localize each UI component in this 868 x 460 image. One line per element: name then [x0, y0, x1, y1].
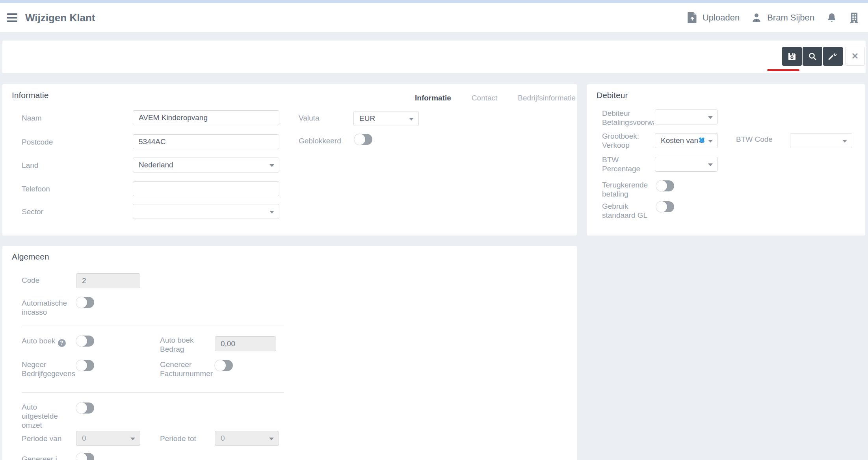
automatische-incasso-label: Automatische incasso: [22, 299, 73, 317]
notifications-bell-icon[interactable]: [826, 12, 837, 23]
wrench-icon: [828, 52, 838, 61]
land-select[interactable]: Nederland: [133, 158, 279, 172]
page-title: Wijzigen Klant: [25, 12, 95, 24]
chevron-down-icon: [269, 438, 274, 440]
terugkerende-betaling-label: Terugkerende betaling: [602, 180, 653, 198]
tab-bedrijfsinformatie[interactable]: Bedrijfsinformatie: [518, 94, 576, 102]
grootboek-verkoop-label: Grootboek: Verkoop: [602, 132, 653, 150]
valuta-select[interactable]: EUR: [353, 111, 419, 126]
auto-boek-bedrag-input: [215, 336, 276, 351]
genereer-factuurnummer-label: Genereer Factuurnummer: [160, 360, 215, 378]
active-indicator-line: [767, 69, 799, 71]
geblokkeerd-toggle[interactable]: [354, 134, 372, 145]
chevron-down-icon: [842, 140, 847, 143]
chevron-down-icon: [708, 116, 713, 119]
informatie-panel: Informatie Informatie Contact Bedrijfsin…: [2, 84, 577, 236]
user-icon: [751, 13, 762, 23]
upload-button[interactable]: Uploaden: [688, 12, 740, 23]
tab-contact[interactable]: Contact: [472, 94, 497, 102]
menu-icon[interactable]: [3, 9, 21, 27]
gebruik-standaard-gl-toggle[interactable]: [656, 201, 674, 212]
geblokkeerd-label: Geblokkeerd: [299, 136, 341, 145]
section-divider: [22, 392, 284, 393]
genereer-factuurnummer-toggle[interactable]: [215, 360, 233, 371]
land-label: Land: [22, 161, 38, 170]
debiteur-title: Debiteur: [597, 91, 628, 100]
grootboek-verkoop-select[interactable]: Kosten van op ✖: [655, 133, 718, 148]
naam-input[interactable]: [133, 110, 279, 125]
telefoon-label: Telefoon: [22, 184, 50, 193]
partial-bottom-toggle[interactable]: [76, 453, 94, 460]
postcode-label: Postcode: [22, 137, 53, 147]
debiteur-panel: Debiteur Debiteur Betalingsvoorwaa Groot…: [587, 84, 865, 236]
upload-label: Uploaden: [703, 13, 740, 23]
btw-code-select[interactable]: [790, 133, 852, 148]
user-menu[interactable]: Bram Sijben: [751, 13, 814, 23]
tab-informatie[interactable]: Informatie: [415, 94, 451, 102]
close-button[interactable]: ✕: [845, 47, 865, 66]
app-header: Wijzigen Klant Uploaden Bram Sijben: [0, 3, 868, 32]
sector-select[interactable]: [133, 204, 279, 219]
chevron-down-icon: [409, 118, 414, 121]
company-building-icon[interactable]: [849, 12, 859, 23]
chevron-down-icon: [708, 140, 713, 143]
auto-boek-label: Auto boek?: [22, 336, 81, 347]
btw-code-label: BTW Code: [736, 135, 773, 144]
section-divider: [22, 327, 284, 327]
sector-label: Sector: [22, 207, 43, 216]
auto-boek-toggle[interactable]: [76, 336, 94, 347]
clear-selection-icon[interactable]: ✖: [698, 135, 705, 145]
automatische-incasso-toggle[interactable]: [76, 297, 94, 308]
naam-label: Naam: [22, 113, 42, 122]
negeer-bedrijfgegevens-toggle[interactable]: [76, 360, 94, 371]
code-label: Code: [22, 276, 39, 285]
chevron-down-icon: [708, 163, 713, 166]
periode-tot-label: Periode tot: [160, 434, 196, 443]
search-icon: [808, 52, 817, 61]
postcode-input[interactable]: [133, 134, 279, 149]
btw-percentage-label: BTW Percentage: [602, 155, 653, 173]
btw-percentage-select[interactable]: [655, 157, 718, 172]
partial-bottom-label: Genereer i: [22, 454, 77, 460]
betalingsvoorwaarden-select[interactable]: [655, 109, 718, 124]
betalingsvoorwaarden-label: Debiteur Betalingsvoorwaa: [602, 109, 654, 128]
save-floppy-icon: [787, 52, 797, 61]
close-icon: ✕: [851, 51, 859, 61]
search-button[interactable]: [803, 47, 822, 66]
auto-boek-bedrag-label: Auto boek Bedrag: [160, 336, 211, 354]
informatie-tabs: Informatie Contact Bedrijfsinformatie: [415, 94, 576, 102]
algemeen-panel: Algemeen Code Automatische incasso Auto …: [2, 246, 577, 460]
chevron-down-icon: [270, 164, 274, 167]
algemeen-title: Algemeen: [12, 252, 49, 262]
periode-van-select: 0: [76, 431, 140, 446]
periode-van-label: Periode van: [22, 434, 61, 443]
user-name: Bram Sijben: [767, 13, 814, 23]
negeer-bedrijfgegevens-label: Negeer Bedrijfgegevens: [22, 360, 77, 378]
tools-wrench-button[interactable]: [823, 47, 843, 66]
periode-tot-select: 0: [215, 431, 279, 446]
save-button[interactable]: [782, 47, 802, 66]
code-input: [76, 273, 140, 288]
telefoon-input[interactable]: [133, 181, 279, 196]
upload-file-icon: [688, 12, 697, 23]
chevron-down-icon: [270, 211, 274, 213]
chevron-down-icon: [130, 438, 135, 440]
valuta-label: Valuta: [299, 113, 319, 122]
auto-uitgestelde-omzet-toggle[interactable]: [76, 402, 94, 414]
gebruik-standaard-gl-label: Gebruik standaard GL: [602, 202, 657, 220]
top-accent-strip: [0, 0, 868, 3]
help-icon[interactable]: ?: [58, 339, 66, 347]
action-toolbar: ✕: [2, 41, 866, 73]
terugkerende-betaling-toggle[interactable]: [656, 180, 674, 191]
informatie-title: Informatie: [12, 91, 48, 100]
auto-uitgestelde-omzet-label: Auto uitgestelde omzet: [22, 402, 65, 430]
